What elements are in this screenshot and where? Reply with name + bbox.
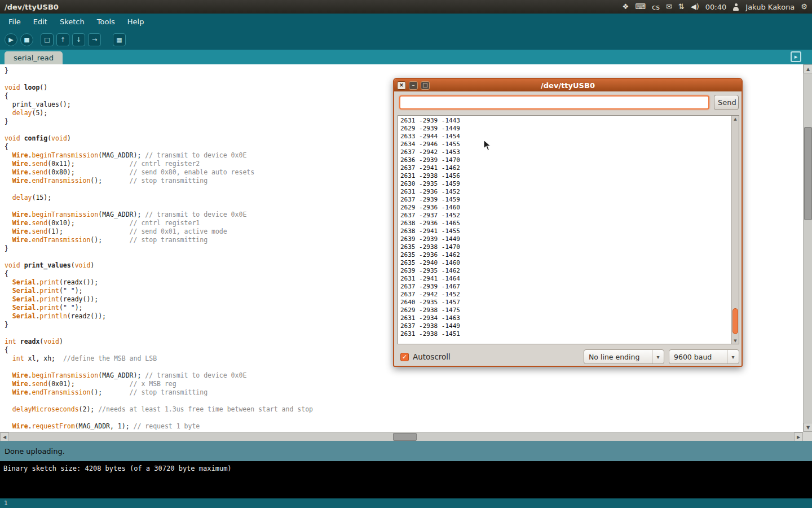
chevron-down-icon[interactable]: ▾ xyxy=(727,350,739,364)
tab-serial-read[interactable]: serial_read xyxy=(5,51,63,64)
code-line: } xyxy=(5,67,803,75)
scroll-up-icon[interactable]: ▲ xyxy=(804,64,812,73)
keyboard-icon[interactable]: ⌨ xyxy=(635,0,646,14)
status-bar: Done uploading. xyxy=(0,441,812,461)
scrollbar-corner xyxy=(803,432,812,441)
line-ending-select[interactable]: No line ending ▾ xyxy=(584,349,664,364)
window-maximize-button[interactable]: □ xyxy=(421,81,430,90)
active-window-title: /dev/ttyUSB0 xyxy=(5,3,59,11)
menu-sketch[interactable]: Sketch xyxy=(54,15,91,29)
user-menu[interactable]: Jakub Kakona xyxy=(745,3,795,11)
serial-monitor-titlebar[interactable]: × – □ /dev/ttyUSB0 xyxy=(394,79,742,91)
menu-edit[interactable]: Edit xyxy=(27,15,54,29)
stop-button[interactable]: ■ xyxy=(20,33,33,46)
tab-bar: serial_read ▸ xyxy=(0,50,812,64)
serial-monitor-window: × – □ /dev/ttyUSB0 Send 2631 -2939 -1443… xyxy=(393,78,743,367)
sparkle-indicator-icon[interactable]: ❖ xyxy=(623,0,629,14)
mouse-cursor xyxy=(483,139,492,154)
stop-icon: ■ xyxy=(24,36,29,43)
verify-icon: ▶ xyxy=(8,36,13,43)
code-line xyxy=(5,397,803,405)
scroll-down-icon[interactable]: ▼ xyxy=(804,423,812,432)
serial-send-input[interactable] xyxy=(399,95,709,110)
serial-scrollbar[interactable]: ▲ ▼ xyxy=(731,116,739,344)
save-sketch-icon: ↓ xyxy=(76,36,81,43)
serial-monitor-button[interactable]: ▦ xyxy=(113,33,126,46)
serial-scroll-up-icon[interactable]: ▲ xyxy=(732,116,739,122)
user-icon xyxy=(732,3,739,11)
serial-scroll-down-icon[interactable]: ▼ xyxy=(732,338,739,344)
new-sketch-icon: □ xyxy=(44,36,50,43)
scroll-right-icon[interactable]: ▶ xyxy=(794,432,803,441)
serial-monitor-controls: ✓ Autoscroll No line ending ▾ 9600 baud … xyxy=(394,348,742,366)
tab-menu-icon: ▸ xyxy=(795,53,798,60)
tab-menu-button[interactable]: ▸ xyxy=(791,51,801,62)
horizontal-scrollbar-thumb[interactable] xyxy=(393,433,417,441)
code-line xyxy=(5,414,803,422)
baud-rate-value: 9600 baud xyxy=(669,353,727,361)
serial-output-area: 2631 -2939 -1443 2629 -2939 -1449 2633 -… xyxy=(398,115,739,344)
send-button[interactable]: Send xyxy=(714,95,739,110)
maximize-icon: □ xyxy=(422,82,427,88)
autoscroll-checkbox[interactable]: ✓ xyxy=(400,353,409,361)
window-minimize-button[interactable]: – xyxy=(409,81,418,90)
code-line: Wire.requestFrom(MAG_ADDR, 1); // reques… xyxy=(5,422,803,431)
volume-icon[interactable]: ◀) xyxy=(691,0,699,14)
status-message: Done uploading. xyxy=(5,447,65,456)
autoscroll-label: Autoscroll xyxy=(413,352,451,361)
line-number-indicator: 1 xyxy=(4,500,8,507)
network-sync-icon[interactable]: ⇅ xyxy=(678,0,685,14)
code-line: Wire.beginTransmission(MAG_ADDR); // tra… xyxy=(5,371,803,380)
line-ending-value: No line ending xyxy=(584,353,652,361)
menu-tools[interactable]: Tools xyxy=(91,15,121,29)
system-tray: ❖ ⌨ cs ✉ ⇅ ◀) 00:40 Jakub Kakona ⚙ xyxy=(623,0,807,14)
check-icon: ✓ xyxy=(402,353,407,361)
editor-vertical-scrollbar[interactable]: ▲ ▼ xyxy=(803,64,812,432)
mail-icon[interactable]: ✉ xyxy=(666,0,672,14)
vertical-scrollbar-thumb[interactable] xyxy=(804,127,812,220)
open-sketch-button[interactable]: ↑ xyxy=(56,33,69,46)
code-line: delayMicroseconds(2); //needs at least 1… xyxy=(5,405,803,414)
footer-strip: 1 xyxy=(0,498,812,508)
verify-button[interactable]: ▶ xyxy=(5,33,17,46)
upload-icon: → xyxy=(92,36,97,43)
code-line: Wire.endTransmission(); // stop transmit… xyxy=(5,388,803,397)
session-gear-icon[interactable]: ⚙ xyxy=(801,0,807,14)
upload-button[interactable]: → xyxy=(88,33,101,46)
console-output: Binary sketch size: 4208 bytes (of a 307… xyxy=(0,461,812,498)
menu-bar: FileEditSketchToolsHelp xyxy=(0,14,812,29)
baud-rate-select[interactable]: 9600 baud ▾ xyxy=(669,349,739,364)
minimize-icon: – xyxy=(412,82,415,88)
close-icon: × xyxy=(399,82,404,88)
chevron-down-icon[interactable]: ▾ xyxy=(652,350,664,364)
open-sketch-icon: ↑ xyxy=(60,36,65,43)
save-sketch-button[interactable]: ↓ xyxy=(72,33,85,46)
serial-scrollbar-thumb[interactable] xyxy=(732,308,738,334)
scroll-left-icon[interactable]: ◀ xyxy=(0,432,9,441)
keyboard-layout-indicator[interactable]: cs xyxy=(652,3,660,11)
window-close-button[interactable]: × xyxy=(397,81,406,90)
clock[interactable]: 00:40 xyxy=(705,3,726,11)
menu-help[interactable]: Help xyxy=(121,15,151,29)
new-sketch-button[interactable]: □ xyxy=(41,33,54,46)
code-line: Wire.send(0x01); // x MSB reg xyxy=(5,380,803,388)
ubuntu-top-panel: /dev/ttyUSB0 ❖ ⌨ cs ✉ ⇅ ◀) 00:40 Jakub K… xyxy=(0,0,812,14)
toolbar-buttons: ▶■□↑↓→▦ xyxy=(5,33,126,46)
toolbar: ▶■□↑↓→▦ xyxy=(0,29,812,50)
serial-output[interactable]: 2631 -2939 -1443 2629 -2939 -1449 2633 -… xyxy=(398,116,731,343)
serial-monitor-icon: ▦ xyxy=(116,36,122,43)
console-text: Binary sketch size: 4208 bytes (of a 307… xyxy=(3,465,232,472)
serial-monitor-title: /dev/ttyUSB0 xyxy=(394,81,742,90)
editor-horizontal-scrollbar[interactable]: ◀ ▶ xyxy=(0,432,803,441)
menu-file[interactable]: File xyxy=(2,15,27,29)
